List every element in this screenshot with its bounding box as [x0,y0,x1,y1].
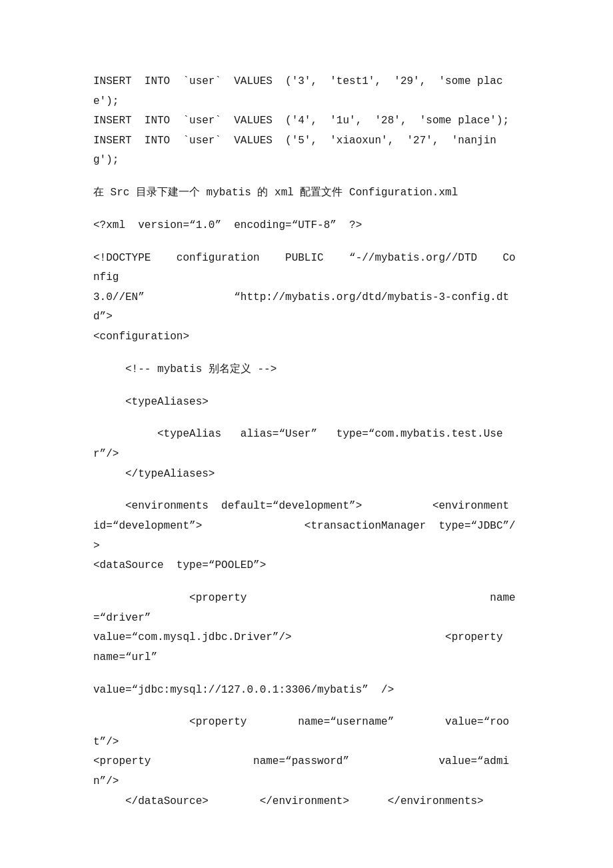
code-line: <typeAliases> [93,393,520,413]
blank-line [93,667,520,680]
code-line: </dataSource> </environment> </environme… [93,792,520,812]
blank-line [93,700,520,713]
code-line: <property name=“driver” [93,589,520,628]
blank-line [93,347,520,360]
code-line: <dataSource type=“POOLED”> [93,556,520,576]
code-line: <typeAlias alias=“User” type=“com.mybati… [93,425,520,464]
code-line: 3.0//EN” “http://mybatis.org/dtd/mybatis… [93,288,520,327]
blank-line [93,412,520,425]
code-line: <?xml version=“1.0” encoding=“UTF-8” ?> [93,216,520,236]
code-line: INSERT INTO `user` VALUES ('5', 'xiaoxun… [93,131,520,171]
code-line: id=“development”> <transactionManager ty… [93,517,520,556]
code-line: name=“url” [93,648,520,668]
blank-line [93,379,520,392]
main-content: INSERT INTO `user` VALUES ('3', 'test1',… [93,40,520,811]
blank-line [93,484,520,497]
code-line: value=“com.mysql.jdbc.Driver”/> <propert… [93,628,520,648]
code-line: <!-- mybatis 别名定义 --> [93,360,520,380]
code-line: <!DOCTYPE configuration PUBLIC “-//mybat… [93,249,520,288]
code-line: <environments default=“development”> <en… [93,497,520,517]
code-line: INSERT INTO `user` VALUES ('4', '1u', '2… [93,111,520,131]
blank-line [93,203,520,216]
blank-line [93,576,520,589]
code-line: 在 Src 目录下建一个 mybatis 的 xml 配置文件 Configur… [93,183,520,203]
code-line: <property name=“username” value=“root”/> [93,713,520,752]
code-line: <property name=“password” value=“admin”/… [93,752,520,791]
code-line: value=“jdbc:mysql://127.0.0.1:3306/mybat… [93,681,520,701]
blank-line [93,236,520,249]
code-line: </typeAliases> [93,465,520,485]
blank-line [93,171,520,183]
code-line: <configuration> [93,327,520,347]
blank-line [93,59,520,72]
code-line: INSERT INTO `user` VALUES ('3', 'test1',… [93,72,520,111]
